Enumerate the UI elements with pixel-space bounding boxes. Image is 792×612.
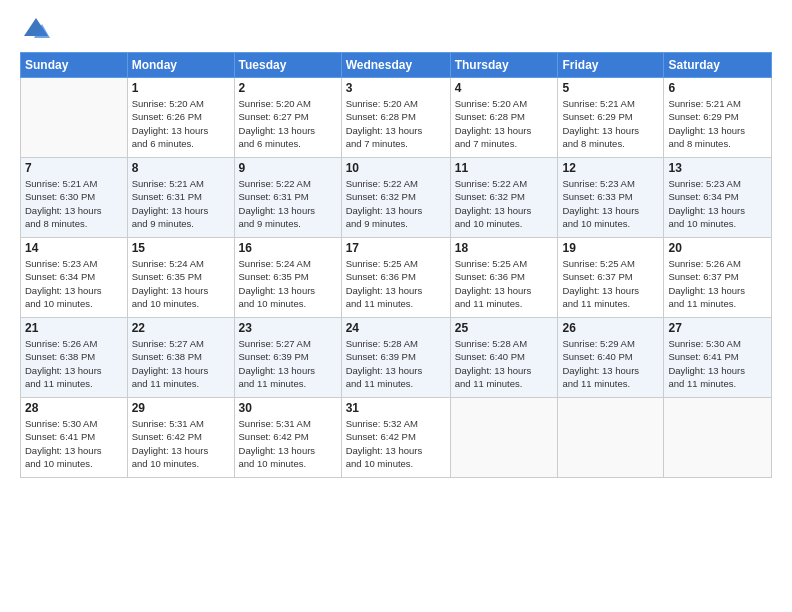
table-row: 3Sunrise: 5:20 AM Sunset: 6:28 PM Daylig…: [341, 78, 450, 158]
day-info: Sunrise: 5:22 AM Sunset: 6:32 PM Dayligh…: [346, 177, 446, 230]
day-number: 5: [562, 81, 659, 95]
day-info: Sunrise: 5:30 AM Sunset: 6:41 PM Dayligh…: [25, 417, 123, 470]
day-info: Sunrise: 5:21 AM Sunset: 6:29 PM Dayligh…: [562, 97, 659, 150]
table-row: 17Sunrise: 5:25 AM Sunset: 6:36 PM Dayli…: [341, 238, 450, 318]
day-info: Sunrise: 5:23 AM Sunset: 6:34 PM Dayligh…: [668, 177, 767, 230]
logo-icon: [22, 16, 50, 44]
day-number: 16: [239, 241, 337, 255]
table-row: 28Sunrise: 5:30 AM Sunset: 6:41 PM Dayli…: [21, 398, 128, 478]
table-row: [558, 398, 664, 478]
table-row: 1Sunrise: 5:20 AM Sunset: 6:26 PM Daylig…: [127, 78, 234, 158]
logo: [20, 16, 50, 44]
table-row: 4Sunrise: 5:20 AM Sunset: 6:28 PM Daylig…: [450, 78, 558, 158]
calendar-week-row: 14Sunrise: 5:23 AM Sunset: 6:34 PM Dayli…: [21, 238, 772, 318]
day-info: Sunrise: 5:21 AM Sunset: 6:29 PM Dayligh…: [668, 97, 767, 150]
day-number: 22: [132, 321, 230, 335]
table-row: 15Sunrise: 5:24 AM Sunset: 6:35 PM Dayli…: [127, 238, 234, 318]
table-row: 9Sunrise: 5:22 AM Sunset: 6:31 PM Daylig…: [234, 158, 341, 238]
day-number: 10: [346, 161, 446, 175]
table-row: 31Sunrise: 5:32 AM Sunset: 6:42 PM Dayli…: [341, 398, 450, 478]
table-row: 16Sunrise: 5:24 AM Sunset: 6:35 PM Dayli…: [234, 238, 341, 318]
table-row: 26Sunrise: 5:29 AM Sunset: 6:40 PM Dayli…: [558, 318, 664, 398]
day-info: Sunrise: 5:30 AM Sunset: 6:41 PM Dayligh…: [668, 337, 767, 390]
day-number: 4: [455, 81, 554, 95]
day-info: Sunrise: 5:32 AM Sunset: 6:42 PM Dayligh…: [346, 417, 446, 470]
day-number: 28: [25, 401, 123, 415]
day-info: Sunrise: 5:26 AM Sunset: 6:37 PM Dayligh…: [668, 257, 767, 310]
day-info: Sunrise: 5:28 AM Sunset: 6:40 PM Dayligh…: [455, 337, 554, 390]
table-row: 10Sunrise: 5:22 AM Sunset: 6:32 PM Dayli…: [341, 158, 450, 238]
day-info: Sunrise: 5:25 AM Sunset: 6:37 PM Dayligh…: [562, 257, 659, 310]
day-info: Sunrise: 5:28 AM Sunset: 6:39 PM Dayligh…: [346, 337, 446, 390]
day-number: 7: [25, 161, 123, 175]
day-number: 9: [239, 161, 337, 175]
day-info: Sunrise: 5:24 AM Sunset: 6:35 PM Dayligh…: [239, 257, 337, 310]
day-number: 1: [132, 81, 230, 95]
day-info: Sunrise: 5:27 AM Sunset: 6:38 PM Dayligh…: [132, 337, 230, 390]
table-row: 21Sunrise: 5:26 AM Sunset: 6:38 PM Dayli…: [21, 318, 128, 398]
day-number: 27: [668, 321, 767, 335]
day-number: 19: [562, 241, 659, 255]
day-info: Sunrise: 5:26 AM Sunset: 6:38 PM Dayligh…: [25, 337, 123, 390]
day-number: 25: [455, 321, 554, 335]
day-info: Sunrise: 5:21 AM Sunset: 6:31 PM Dayligh…: [132, 177, 230, 230]
day-info: Sunrise: 5:21 AM Sunset: 6:30 PM Dayligh…: [25, 177, 123, 230]
table-row: 27Sunrise: 5:30 AM Sunset: 6:41 PM Dayli…: [664, 318, 772, 398]
day-info: Sunrise: 5:20 AM Sunset: 6:28 PM Dayligh…: [455, 97, 554, 150]
calendar-week-row: 21Sunrise: 5:26 AM Sunset: 6:38 PM Dayli…: [21, 318, 772, 398]
day-info: Sunrise: 5:22 AM Sunset: 6:32 PM Dayligh…: [455, 177, 554, 230]
table-row: 12Sunrise: 5:23 AM Sunset: 6:33 PM Dayli…: [558, 158, 664, 238]
calendar-header-wednesday: Wednesday: [341, 53, 450, 78]
table-row: 8Sunrise: 5:21 AM Sunset: 6:31 PM Daylig…: [127, 158, 234, 238]
day-info: Sunrise: 5:20 AM Sunset: 6:26 PM Dayligh…: [132, 97, 230, 150]
calendar-header-monday: Monday: [127, 53, 234, 78]
table-row: 30Sunrise: 5:31 AM Sunset: 6:42 PM Dayli…: [234, 398, 341, 478]
day-number: 31: [346, 401, 446, 415]
day-number: 3: [346, 81, 446, 95]
day-info: Sunrise: 5:22 AM Sunset: 6:31 PM Dayligh…: [239, 177, 337, 230]
day-number: 2: [239, 81, 337, 95]
table-row: 7Sunrise: 5:21 AM Sunset: 6:30 PM Daylig…: [21, 158, 128, 238]
table-row: 2Sunrise: 5:20 AM Sunset: 6:27 PM Daylig…: [234, 78, 341, 158]
day-info: Sunrise: 5:31 AM Sunset: 6:42 PM Dayligh…: [239, 417, 337, 470]
calendar-week-row: 1Sunrise: 5:20 AM Sunset: 6:26 PM Daylig…: [21, 78, 772, 158]
day-number: 21: [25, 321, 123, 335]
calendar-header-saturday: Saturday: [664, 53, 772, 78]
table-row: 23Sunrise: 5:27 AM Sunset: 6:39 PM Dayli…: [234, 318, 341, 398]
table-row: 22Sunrise: 5:27 AM Sunset: 6:38 PM Dayli…: [127, 318, 234, 398]
day-info: Sunrise: 5:25 AM Sunset: 6:36 PM Dayligh…: [346, 257, 446, 310]
day-number: 20: [668, 241, 767, 255]
table-row: [664, 398, 772, 478]
day-number: 30: [239, 401, 337, 415]
day-info: Sunrise: 5:31 AM Sunset: 6:42 PM Dayligh…: [132, 417, 230, 470]
day-number: 23: [239, 321, 337, 335]
day-info: Sunrise: 5:27 AM Sunset: 6:39 PM Dayligh…: [239, 337, 337, 390]
table-row: 5Sunrise: 5:21 AM Sunset: 6:29 PM Daylig…: [558, 78, 664, 158]
calendar-week-row: 7Sunrise: 5:21 AM Sunset: 6:30 PM Daylig…: [21, 158, 772, 238]
table-row: [450, 398, 558, 478]
table-row: 11Sunrise: 5:22 AM Sunset: 6:32 PM Dayli…: [450, 158, 558, 238]
day-number: 29: [132, 401, 230, 415]
day-number: 15: [132, 241, 230, 255]
day-number: 11: [455, 161, 554, 175]
table-row: [21, 78, 128, 158]
page: SundayMondayTuesdayWednesdayThursdayFrid…: [0, 0, 792, 612]
table-row: 14Sunrise: 5:23 AM Sunset: 6:34 PM Dayli…: [21, 238, 128, 318]
day-info: Sunrise: 5:20 AM Sunset: 6:28 PM Dayligh…: [346, 97, 446, 150]
day-number: 24: [346, 321, 446, 335]
calendar-header-row: SundayMondayTuesdayWednesdayThursdayFrid…: [21, 53, 772, 78]
day-number: 18: [455, 241, 554, 255]
table-row: 25Sunrise: 5:28 AM Sunset: 6:40 PM Dayli…: [450, 318, 558, 398]
calendar-header-sunday: Sunday: [21, 53, 128, 78]
calendar-week-row: 28Sunrise: 5:30 AM Sunset: 6:41 PM Dayli…: [21, 398, 772, 478]
header: [20, 16, 772, 44]
day-info: Sunrise: 5:24 AM Sunset: 6:35 PM Dayligh…: [132, 257, 230, 310]
calendar-header-tuesday: Tuesday: [234, 53, 341, 78]
day-number: 17: [346, 241, 446, 255]
day-number: 26: [562, 321, 659, 335]
table-row: 20Sunrise: 5:26 AM Sunset: 6:37 PM Dayli…: [664, 238, 772, 318]
calendar-header-friday: Friday: [558, 53, 664, 78]
table-row: 29Sunrise: 5:31 AM Sunset: 6:42 PM Dayli…: [127, 398, 234, 478]
day-info: Sunrise: 5:23 AM Sunset: 6:33 PM Dayligh…: [562, 177, 659, 230]
day-number: 12: [562, 161, 659, 175]
